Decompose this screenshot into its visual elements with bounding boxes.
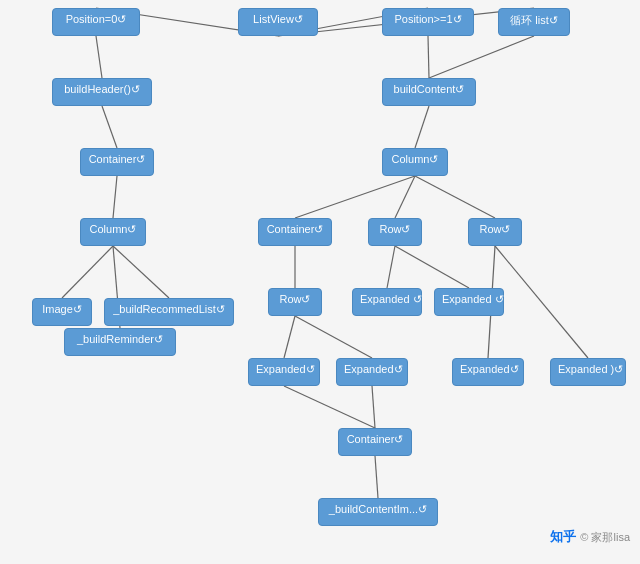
node-expanded5: Expanded↺ (452, 358, 524, 386)
node-row2: Row↺ (468, 218, 522, 246)
node-expanded4: Expanded↺ (336, 358, 408, 386)
svg-line-12 (62, 246, 113, 298)
svg-line-9 (295, 176, 415, 218)
svg-line-10 (395, 176, 415, 218)
svg-line-13 (113, 246, 169, 298)
node-buildRecommed: _buildRecommedList↺ (104, 298, 234, 326)
svg-line-16 (387, 246, 395, 288)
node-buildContentIm: _buildContentIm...↺ (318, 498, 438, 526)
watermark-logo: 知乎 (550, 528, 576, 546)
node-expanded6: Expanded )↺ (550, 358, 626, 386)
node-column1: Column↺ (382, 148, 448, 176)
svg-line-21 (495, 246, 588, 358)
node-buildHeader: buildHeader()↺ (52, 78, 152, 106)
diagram: ListView↺Position=0↺Position>=1↺循环 list↺… (0, 0, 640, 564)
node-expanded3: Expanded↺ (248, 358, 320, 386)
node-expanded1: Expanded ↺ (352, 288, 422, 316)
node-column2: Column↺ (80, 218, 146, 246)
svg-line-3 (96, 36, 102, 78)
node-position0: Position=0↺ (52, 8, 140, 36)
svg-line-17 (395, 246, 469, 288)
node-cycleList: 循环 list↺ (498, 8, 570, 36)
node-buildReminder: _buildReminder↺ (64, 328, 176, 356)
node-buildContent: buildContent↺ (382, 78, 476, 106)
node-image: Image↺ (32, 298, 92, 326)
node-container3: Container↺ (338, 428, 412, 456)
svg-line-4 (428, 36, 429, 78)
node-row1: Row↺ (368, 218, 422, 246)
svg-line-22 (284, 386, 375, 428)
svg-line-7 (415, 106, 429, 148)
node-positionge1: Position>=1↺ (382, 8, 474, 36)
svg-line-8 (113, 176, 117, 218)
node-expanded2: Expanded ↺ (434, 288, 504, 316)
svg-line-19 (295, 316, 372, 358)
svg-line-11 (415, 176, 495, 218)
svg-line-6 (102, 106, 117, 148)
node-container2: Container↺ (258, 218, 332, 246)
svg-line-23 (372, 386, 375, 428)
svg-line-5 (429, 36, 534, 78)
node-row3: Row↺ (268, 288, 322, 316)
watermark: 知乎© 家那lisa (550, 528, 630, 546)
svg-line-18 (284, 316, 295, 358)
watermark-text: © 家那lisa (580, 530, 630, 545)
node-container1: Container↺ (80, 148, 154, 176)
svg-line-24 (375, 456, 378, 498)
node-listview: ListView↺ (238, 8, 318, 36)
